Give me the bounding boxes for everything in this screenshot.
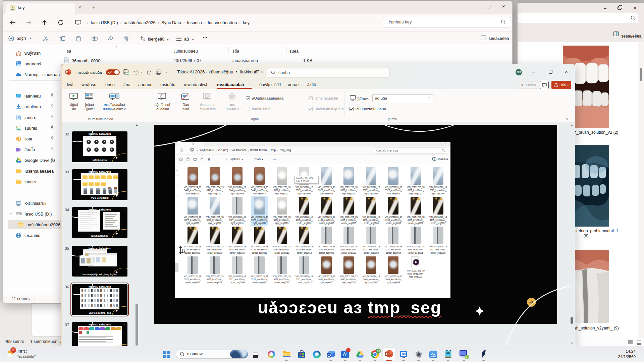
svg-text:x: x (466, 356, 468, 359)
svg-text:P: P (66, 70, 68, 74)
svg-text:P: P (386, 352, 388, 356)
